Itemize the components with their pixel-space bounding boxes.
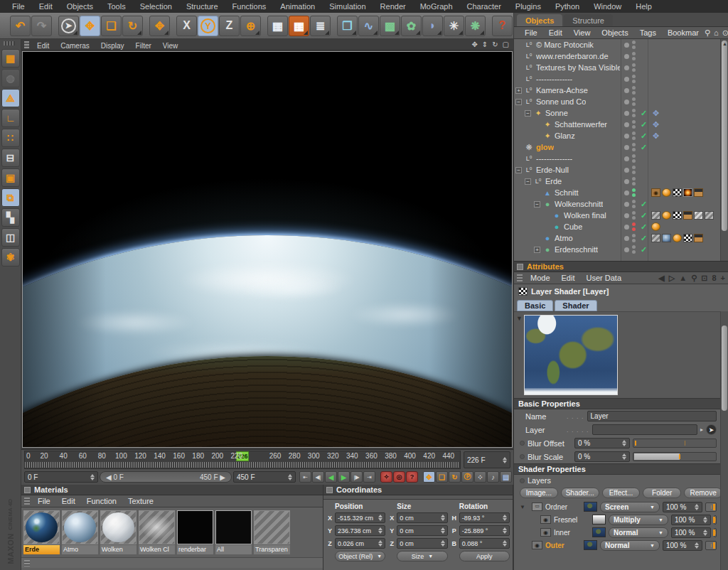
layer-color-dot[interactable] <box>624 225 629 230</box>
range-end-field[interactable]: 450 F <box>233 471 296 483</box>
layer-opacity-field[interactable]: 100 % <box>671 527 711 538</box>
scale-tool-button[interactable]: ❏ <box>101 16 122 36</box>
key-pla-toggle[interactable]: ⁘ <box>474 471 486 483</box>
enable-check-icon[interactable]: ✓ <box>641 200 650 209</box>
viewport-grip[interactable] <box>24 41 29 48</box>
coordinate-field-b[interactable]: 0.088 ° <box>459 538 510 549</box>
sound-toggle[interactable]: ♪ <box>487 471 499 483</box>
redo-button[interactable]: ↷ <box>31 16 52 36</box>
viewport-menu-filter[interactable]: Filter <box>130 41 157 50</box>
enable-check-icon[interactable]: ✓ <box>641 211 650 220</box>
visibility-dots[interactable] <box>632 131 638 140</box>
help-button[interactable]: ? <box>492 16 513 36</box>
home-icon[interactable]: ⌂ <box>714 28 719 37</box>
object-label[interactable]: -------------- <box>536 75 572 83</box>
render-settings-button[interactable]: ≣ <box>310 16 331 36</box>
collapse-icon[interactable]: − <box>515 167 522 173</box>
menu-selection[interactable]: Selection <box>134 1 178 12</box>
tree-row[interactable]: −L⁰Erde <box>514 176 728 187</box>
menu-simulation[interactable]: Simulation <box>323 1 372 12</box>
layer-eye-icon[interactable] <box>540 515 551 524</box>
tree-row[interactable]: −●Wolkenschnitt✓ <box>514 198 728 210</box>
object-label[interactable]: Atmo <box>555 234 573 242</box>
layer-twirl-icon[interactable]: ▼ <box>520 504 526 510</box>
record-keyframe-button[interactable]: ✧ <box>380 471 392 483</box>
tree-row[interactable]: +L⁰Kamera-Achse <box>514 85 728 96</box>
material-wolkencl[interactable]: Wolken Cl <box>139 510 175 554</box>
live-selection-button[interactable]: ➤ <box>58 16 79 36</box>
tree-row[interactable]: +●Erdenschnitt✓ <box>514 244 728 255</box>
menu-animation[interactable]: Animation <box>274 1 321 12</box>
preview-twirl-icon[interactable]: ▼ <box>516 315 523 322</box>
key-rotation-toggle[interactable]: ↻ <box>449 471 461 483</box>
visibility-dots[interactable] <box>632 143 638 151</box>
lock-z-axis-button[interactable]: Z <box>219 16 240 36</box>
menu-character[interactable]: Character <box>461 1 508 12</box>
search-icon[interactable]: ⚲ <box>691 274 697 283</box>
layer-color-dot[interactable] <box>624 179 629 184</box>
menu-plugins[interactable]: Plugins <box>509 1 547 12</box>
coordinate-stepper[interactable] <box>441 515 445 521</box>
viewport-maximize-icon[interactable]: ▢ <box>503 41 509 48</box>
texture-axis-mode-button[interactable]: ∟ <box>1 109 20 127</box>
menu-window[interactable]: Window <box>587 1 628 12</box>
sphere-tag-icon[interactable] <box>662 234 671 242</box>
material-atmo[interactable]: Atmo <box>62 510 98 554</box>
materials-menu-file[interactable]: File <box>32 496 56 506</box>
expression-tag-icon[interactable]: ✥ <box>653 120 659 129</box>
object-label[interactable]: Textures by Nasa Visible Eart <box>536 63 620 72</box>
enable-check-icon[interactable]: ✓ <box>641 120 650 129</box>
material-thumbnail[interactable] <box>62 510 98 544</box>
object-label[interactable]: Erde <box>545 177 562 185</box>
panel-icon[interactable] <box>517 264 523 270</box>
visibility-dots[interactable] <box>632 166 638 174</box>
tree-row[interactable]: ▲Schnitt <box>514 187 728 198</box>
render-picture-viewer-button[interactable]: ▦ <box>289 16 309 36</box>
add-subdivision-button[interactable]: ▩ <box>380 16 400 36</box>
object-label[interactable]: Wolken final <box>564 211 606 220</box>
checker-tag-icon[interactable] <box>673 188 682 197</box>
layer-eye-icon[interactable] <box>540 528 551 537</box>
menu-file[interactable]: File <box>6 1 31 12</box>
record-options-button[interactable]: ? <box>406 471 418 483</box>
blur-offset-stepper[interactable] <box>622 440 626 446</box>
tree-row[interactable]: ●Wolken final✓ <box>514 210 728 221</box>
menu-mograph[interactable]: MoGraph <box>414 1 459 12</box>
objects-menu-bookmar[interactable]: Bookmar <box>662 28 705 38</box>
tree-row[interactable]: ✦Glanz✓✥ <box>514 130 728 141</box>
layer-thumbnail[interactable] <box>592 527 606 537</box>
enable-check-icon[interactable]: ✓ <box>641 131 650 141</box>
preview-range-slider[interactable]: ◀ 0 F 450 F ▶ <box>100 471 232 483</box>
materials-menu-function[interactable]: Function <box>81 496 122 506</box>
material-earth[interactable]: Erde <box>23 510 60 554</box>
attributes-scrollbar[interactable] <box>720 311 728 570</box>
manager-tab-structure[interactable]: Structure <box>564 14 613 26</box>
object-label[interactable]: Kamera-Achse <box>536 86 588 95</box>
object-label[interactable]: Erde-Null <box>536 166 569 174</box>
material-renderbaron[interactable]: renderbar <box>177 510 213 554</box>
visibility-dots[interactable] <box>632 63 638 72</box>
attributes-menu-mode[interactable]: Mode <box>525 273 556 283</box>
menu-edit[interactable]: Edit <box>33 1 59 12</box>
clapper-tag-icon[interactable] <box>694 234 703 242</box>
objects-menu-tags[interactable]: Tags <box>634 28 662 38</box>
stripe-tag-icon[interactable] <box>705 211 714 220</box>
materials-menu-texture[interactable]: Texture <box>122 496 159 506</box>
visibility-dots[interactable] <box>632 75 638 83</box>
object-label[interactable]: -------------- <box>536 154 572 163</box>
effect-button[interactable]: Effect... <box>602 488 641 498</box>
viewport-menu-cameras[interactable]: Cameras <box>55 41 95 50</box>
range-end-stepper[interactable] <box>288 474 292 480</box>
visibility-dots[interactable] <box>632 97 638 106</box>
shader-layer-row[interactable]: FresnelMultiply▼100 % <box>514 513 728 526</box>
object-label[interactable]: Wolkenschnitt <box>555 200 603 208</box>
coordinate-field-z[interactable]: 0.026 cm <box>335 538 385 549</box>
object-label[interactable]: glow <box>536 143 554 151</box>
smooth-tag-icon[interactable] <box>662 188 671 197</box>
layer-color-dot[interactable] <box>624 236 629 241</box>
play-forward-button[interactable]: ▶ <box>338 471 350 483</box>
layer-color-dot[interactable] <box>624 88 629 93</box>
coordinate-stepper[interactable] <box>378 540 382 547</box>
layer-name[interactable]: Ordner <box>545 503 581 511</box>
expression-tag-icon[interactable]: ✥ <box>653 131 659 141</box>
